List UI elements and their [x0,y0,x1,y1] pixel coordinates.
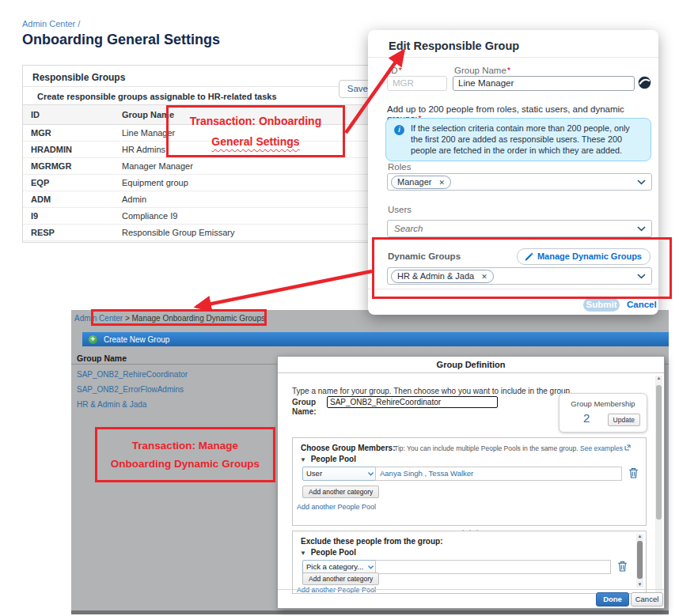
cell-id: MGRMGR [23,161,122,171]
panel-scrollbar[interactable]: ▲ [655,376,662,603]
table-row[interactable]: I9 Compliance I9 [23,208,379,225]
group-name-input[interactable]: SAP_ONB2_RehireCoordinator [327,396,498,408]
add-another-people-pool-link[interactable]: Add another People Pool [297,586,376,594]
people-pool-label: People Pool [311,455,356,463]
update-button[interactable]: Update [608,414,640,426]
group-membership-card: Group Membership 2 Update [559,393,647,433]
users-search-select[interactable]: Search [387,220,652,237]
cell-group-name: Responsible Group Emissary [122,228,379,237]
people-pool-header[interactable]: ▼ People Pool [300,548,356,557]
annotation-line: Transaction: Manage [132,436,238,455]
roles-multiselect[interactable]: Manager ✕ [387,173,652,191]
chevron-down-icon [368,472,374,476]
scroll-down-icon[interactable]: ▼ [636,582,643,588]
group-name-input[interactable]: Line Manager [453,76,635,91]
group-link[interactable]: HR & Admin & Jada [77,397,188,412]
group-name-label: Group Name: [292,398,325,417]
required-asterisk: * [507,66,510,75]
add-another-category-button[interactable]: Add another category [302,573,379,585]
annotation-line: General Settings [211,131,299,152]
annotation-line: Transaction: Onboarding [190,111,321,131]
table-row[interactable]: MGRMGR Manager Manager [23,158,379,175]
users-label: Users [388,205,412,214]
add-another-category-button[interactable]: Add another category [302,486,379,498]
add-another-people-pool-link[interactable]: Add another People Pool [297,503,376,511]
group-membership-title: Group Membership [560,399,647,408]
dialog-title: Edit Responsible Group [389,40,519,52]
role-token[interactable]: Manager ✕ [391,176,451,189]
info-text: If the selection criteria contain more t… [411,123,630,155]
annotation-box-dynamic-groups [372,237,672,299]
page-title: Onboarding General Settings [22,32,220,48]
required-asterisk: * [399,66,402,75]
cell-group-name: Compliance I9 [122,211,379,221]
role-token-label: Manager [397,177,431,187]
globe-icon[interactable] [638,76,651,89]
trash-icon[interactable] [628,467,639,478]
annotation-box-manage: Transaction: Manage Onboarding Dynamic G… [95,427,275,482]
table-row[interactable]: RESP Responsible Group Emissary [23,225,379,241]
create-new-group-button[interactable]: Create New Group [104,335,169,344]
choose-group-members-box: Choose Group Members: Tip: You can inclu… [292,437,647,526]
annotation-box-onboarding: Transaction: Onboarding General Settings [166,105,345,157]
info-message: i If the selection criteria contain more… [385,118,651,161]
collapse-triangle-icon[interactable]: ▼ [300,550,306,557]
done-button[interactable]: Done [596,592,629,607]
exclude-people-box: Exclude these people from the group: ▼ P… [292,531,647,594]
cell-id: HRADMIN [23,145,122,154]
arrow-to-breadcrumb [196,271,372,307]
close-icon[interactable]: ✕ [438,179,445,187]
chevron-down-icon [368,565,374,569]
group-membership-count: 2 [583,411,590,425]
plus-icon: + [89,335,97,344]
scroll-up-icon[interactable]: ▲ [657,376,662,380]
cell-id: MGR [23,128,122,138]
category-select-value: Pick a category... [306,562,363,571]
divider [278,372,664,373]
divider [368,57,658,58]
annotation-box-breadcrumb [91,309,267,326]
chevron-down-icon[interactable] [637,180,646,185]
cancel-button[interactable]: Cancel [627,300,657,309]
cell-id: I9 [23,211,122,221]
exclude-scrollbar[interactable]: ▲ ▼ [636,534,643,588]
category-select-value: User [306,469,322,478]
scrollbar-thumb[interactable] [637,541,643,579]
category-select[interactable]: User [302,467,377,481]
id-input: MGR [387,76,447,91]
group-link[interactable]: SAP_ONB2_RehireCoordinator [77,367,188,382]
cell-group-name: Admin [122,195,379,204]
group-name-list-header: Group Name [77,353,127,363]
scroll-up-icon[interactable]: ▲ [638,534,643,539]
section-subtitle: Create responsible groups assignable to … [37,92,277,101]
tip-label: Tip: You can include multiple People Poo… [394,444,578,452]
people-pool-header[interactable]: ▼ People Pool [300,455,356,463]
divider [23,86,379,87]
scrollbar-thumb[interactable] [656,385,662,520]
breadcrumb[interactable]: Admin Center / [22,19,80,28]
cell-id: RESP [23,228,122,237]
cell-id: ADM [23,195,122,204]
cell-id: EQP [23,178,122,187]
collapse-triangle-icon[interactable]: ▼ [300,456,306,463]
table-row[interactable]: ADM Admin [23,191,379,208]
create-new-group-bar[interactable]: + Create New Group [82,332,669,346]
see-examples-link[interactable]: See examples [580,444,623,452]
table-row[interactable]: EQP Equipment group [23,175,379,191]
chevron-down-icon[interactable] [637,226,646,232]
section-title: Responsible Groups [32,72,125,83]
panel-title: Group Definition [278,360,664,369]
submit-button[interactable]: Submit [583,298,620,312]
cancel-button[interactable]: Cancel [631,592,663,607]
group-link[interactable]: SAP_ONB2_ErrorFlowAdmins [77,382,188,397]
members-input[interactable] [375,560,611,574]
column-header-id: ID [23,110,122,119]
tip-text: Tip: You can include multiple People Poo… [394,444,631,452]
panel-intro-text: Type a name for your group. Then choose … [292,387,572,395]
cell-group-name: Equipment group [122,178,379,187]
cell-group-name: Manager Manager [122,161,379,171]
exclude-title: Exclude these people from the group: [301,537,442,546]
trash-icon[interactable] [617,561,628,572]
members-input[interactable]: Aanya Singh , Tessa Walker [375,467,622,481]
search-placeholder: Search [388,224,423,233]
